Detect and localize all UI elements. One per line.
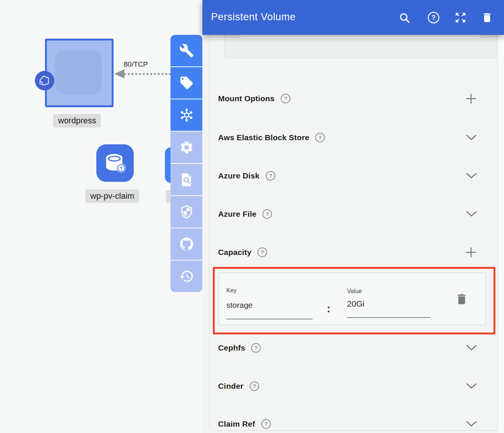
toolbar-tag-button[interactable] [170,67,202,99]
toolbar-hub-button[interactable] [170,99,202,131]
add-mount-option-button[interactable] [465,93,477,104]
section-cinder: Cinder ? [218,378,477,394]
value-field-underline [347,317,430,318]
panel-header: Persistent Volume ? [202,0,504,35]
history-icon [179,269,194,284]
key-value-separator: : [327,302,331,315]
node-label-wp-pv-claim: wp-pv-claim [85,189,139,203]
node-wordpress[interactable] [45,39,114,107]
trash-icon [481,12,493,24]
node-wordpress-body [55,50,102,94]
svg-text:?: ? [253,383,256,389]
delete-button[interactable] [480,11,494,24]
toolbar-shield-button[interactable] [170,196,202,228]
section-title: Azure Disk [218,171,260,180]
collapse-chevron-icon[interactable] [466,211,477,217]
wrench-icon [179,43,194,58]
pentagon-icon [37,73,52,88]
shield-icon [179,204,194,219]
toolbar-doc-search-button[interactable] [170,164,202,195]
section-mount-options: Mount Options ? [218,90,477,107]
help-icon[interactable]: ? [261,419,271,429]
trash-icon [455,292,468,306]
help-icon[interactable]: ? [262,209,272,219]
delete-capacity-entry-button[interactable] [455,292,468,306]
help-icon[interactable]: ? [265,171,276,181]
help-icon[interactable]: ? [280,93,291,104]
toolbar-settings-button[interactable] [170,132,202,163]
section-title: Cinder [218,382,244,391]
toolbar-github-button[interactable] [170,228,202,260]
canvas-toolbar [170,35,202,292]
fit-to-screen-button[interactable] [454,11,467,24]
key-field-value[interactable]: storage [226,301,253,310]
collapse-chevron-icon[interactable] [466,383,477,389]
section-aws-elastic-block-store: Aws Elastic Block Store ? [218,129,477,146]
value-field-value[interactable]: 20Gi [347,299,364,309]
tag-icon [179,75,194,90]
help-icon[interactable]: ? [257,247,268,258]
toolbar-history-button[interactable] [170,261,202,292]
capacity-entry-card: Key storage : Value 20Gi [218,273,486,325]
annotation-highlight-box: Key storage : Value 20Gi [213,267,495,334]
node-wp-pv-claim[interactable]: ? [96,144,134,182]
edge-dotted-line [124,73,172,75]
svg-text:?: ? [432,14,436,21]
section-azure-file: Azure File ? [218,206,477,222]
svg-text:?: ? [319,134,322,141]
collapse-chevron-icon[interactable] [466,135,477,141]
document-search-icon [179,172,194,187]
search-button[interactable] [398,11,411,24]
section-capacity: Capacity ? [218,244,477,261]
svg-text:?: ? [284,95,287,102]
pod-badge-icon [35,71,54,90]
svg-text:?: ? [269,172,272,179]
node-label-wordpress: wordpress [53,114,101,127]
edge-arrowhead-icon [114,69,124,78]
section-title: Claim Ref [218,420,255,429]
section-title: Mount Options [218,94,275,103]
key-field-label: Key [226,287,237,294]
persistent-volume-panel: ReadWriteOnce Mount Options ? Aws Elasti… [202,0,504,433]
section-title: Aws Elastic Block Store [218,133,309,142]
help-icon[interactable]: ? [249,381,260,391]
hub-icon [179,107,194,123]
panel-title: Persistent Volume [211,11,296,23]
edge-port-label: 80/TCP [124,60,148,69]
help-icon[interactable]: ? [251,343,261,353]
svg-text:?: ? [254,345,258,351]
toolbar-wrench-button[interactable] [170,35,202,66]
help-circle-icon: ? [427,11,440,24]
expand-arrows-icon [454,11,467,24]
help-icon[interactable]: ? [315,132,325,143]
scrollbar-track[interactable] [498,0,504,433]
add-capacity-button[interactable] [465,247,477,258]
value-field-label: Value [347,288,362,295]
database-icon: ? [103,151,127,175]
svg-text:?: ? [264,421,268,427]
gear-icon [179,140,194,155]
key-field-underline [226,319,313,319]
app-window: wordpress 80/TCP ? wp-pv-claim [0,0,504,433]
section-azure-disk: Azure Disk ? [218,168,477,184]
collapse-chevron-icon[interactable] [466,173,477,179]
help-button[interactable]: ? [427,11,440,24]
section-title: Azure File [218,210,256,219]
section-cephfs: Cephfs ? [218,340,477,356]
section-title: Cephfs [218,343,245,352]
section-title: Capacity [218,248,251,257]
search-icon [398,12,411,24]
svg-text:?: ? [120,166,123,171]
svg-text:?: ? [266,211,269,217]
section-claim-ref: Claim Ref ? [218,416,477,432]
svg-text:?: ? [261,249,264,255]
collapse-chevron-icon[interactable] [466,345,477,351]
collapse-chevron-icon[interactable] [466,421,477,427]
github-icon [179,236,194,252]
